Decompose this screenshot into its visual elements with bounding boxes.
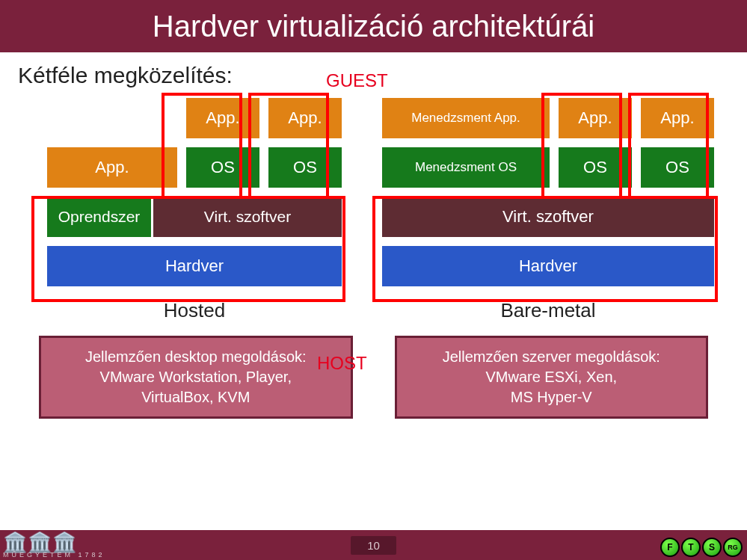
hosted-guest-app-2: App. [266,96,344,141]
bm-guest-app-2: App. [639,96,716,141]
badge-s-icon: S [702,538,722,557]
bm-guest-app-1: App. [556,96,634,141]
footer-logo-right: F T S RG [660,538,743,557]
stack-hosted: App. App. App. OS OS Oprendszer Virt. sz… [45,96,344,322]
hosted-guest-os-2: OS [266,145,344,190]
footer-left-caption: MŰEGYETEM 1782 [3,551,105,559]
annotation-host: HOST [317,353,367,374]
example-bm-line3: MS Hyper-V [405,387,699,407]
example-hosted-line2: VMware Workstation, Player, [49,367,343,387]
example-hosted: Jellemzően desktop megoldások: VMware Wo… [39,336,353,419]
slide-title-text: Hardver virtualizáció architektúrái [153,10,594,43]
bm-guest-os-2: OS [639,145,716,190]
slide-title: Hardver virtualizáció architektúrái [0,0,747,52]
badge-f-icon: F [660,538,680,557]
bm-label: Bare-metal [380,299,716,322]
bm-mgmt-app: Menedzsment App. [380,96,552,141]
diagram-area: GUEST HOST App. App. App. OS OS Oprendsz… [0,96,747,322]
hosted-host-os: Oprendszer [45,194,151,239]
bm-hardware: Hardver [380,244,716,289]
footer-logo-left: 🏛️🏛️🏛️ MŰEGYETEM 1782 [3,532,105,559]
hosted-guest-app-1: App. [184,96,262,141]
page-number: 10 [351,536,396,555]
annotation-guest: GUEST [326,70,388,91]
examples-row: Jellemzően desktop megoldások: VMware Wo… [0,336,747,419]
badge-rg-icon: RG [723,538,743,557]
bm-mgmt-os: Menedzsment OS [380,145,552,190]
footer-bar: 🏛️🏛️🏛️ MŰEGYETEM 1782 10 F T S RG [0,530,747,560]
example-hosted-line3: VirtualBox, KVM [49,387,343,407]
example-bm-line1: Jellemzően szerver megoldások: [405,347,699,367]
hosted-virt-software: Virt. szoftver [151,194,344,239]
badge-t-icon: T [681,538,701,557]
stack-baremetal: Menedzsment App. App. App. Menedzsment O… [380,96,716,322]
building-icon: 🏛️🏛️🏛️ [3,532,105,552]
hosted-label: Hosted [45,299,344,322]
bm-virt-software: Virt. szoftver [380,194,716,239]
hosted-host-app: App. [45,145,179,190]
example-baremetal: Jellemzően szerver megoldások: VMware ES… [395,336,709,419]
example-bm-line2: VMware ESXi, Xen, [405,367,699,387]
example-hosted-line1: Jellemzően desktop megoldások: [49,347,343,367]
bm-guest-os-1: OS [556,145,634,190]
hosted-guest-os-1: OS [184,145,262,190]
hosted-hardware: Hardver [45,244,344,289]
